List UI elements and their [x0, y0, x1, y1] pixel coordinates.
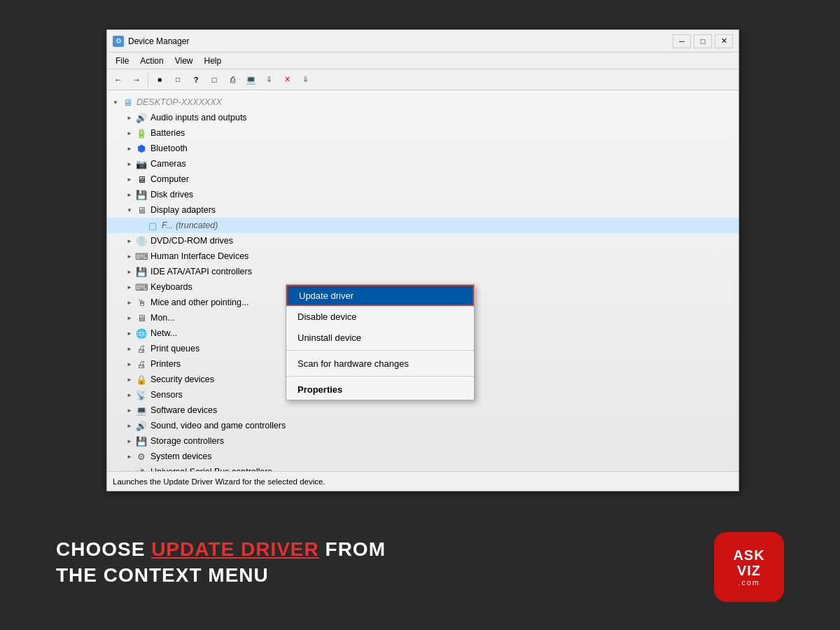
menu-help[interactable]: Help: [199, 55, 227, 67]
tree-item-ide[interactable]: ► 💾 IDE ATA/ATAPI controllers: [107, 264, 738, 279]
tree-root[interactable]: ▼ 🖥 DESKTOP-XXXXXXX: [107, 94, 738, 110]
menu-file[interactable]: File: [110, 55, 134, 67]
mice-chevron: ►: [124, 300, 135, 306]
toolbar-print[interactable]: ⎙: [224, 72, 241, 88]
ctx-properties[interactable]: Properties: [286, 379, 474, 400]
tree-item-usb[interactable]: ► 🔌 Universal Serial Bus controllers: [107, 464, 738, 471]
bluetooth-chevron: ►: [124, 146, 135, 152]
display-label: Display adapters: [150, 205, 216, 215]
printers-icon: 🖨: [135, 358, 148, 370]
toolbar-help[interactable]: ?: [188, 72, 204, 88]
disk-chevron: ►: [124, 192, 135, 198]
keyboards-chevron: ►: [124, 284, 135, 290]
ctx-sep-1: [286, 350, 474, 351]
storage-icon: 💾: [135, 435, 148, 447]
bottom-prefix: CHOOSE: [56, 538, 151, 560]
dvd-label: DVD/CD-ROM drives: [150, 236, 233, 246]
tree-item-sound[interactable]: ► 🔊 Sound, video and game controllers: [107, 418, 738, 433]
window-title: Device Manager: [128, 36, 673, 46]
askviz-com: .com: [738, 578, 760, 587]
tree-item-hid[interactable]: ► ⌨ Human Interface Devices: [107, 248, 738, 264]
ctx-sep-2: [286, 376, 474, 377]
bottom-label-area: CHOOSE UPDATE DRIVER FROM THE CONTEXT ME…: [56, 537, 784, 588]
toolbar-properties[interactable]: ■: [151, 72, 168, 88]
tree-item-dvd[interactable]: ► 💿 DVD/CD-ROM drives: [107, 233, 738, 248]
tree-item-bluetooth[interactable]: ► ⬢ Bluetooth: [107, 141, 738, 156]
network-label: Netw...: [150, 328, 177, 338]
bluetooth-label: Bluetooth: [150, 144, 188, 153]
minimize-button[interactable]: ─: [673, 34, 691, 48]
hid-chevron: ►: [124, 253, 135, 260]
outer-background: ⚙ Device Manager ─ □ ✕ File Action View …: [0, 0, 840, 630]
hid-icon: ⌨: [135, 250, 148, 262]
usb-chevron: ►: [124, 469, 135, 472]
sensors-icon: 📡: [135, 388, 148, 401]
computer-label: Computer: [150, 174, 189, 184]
tree-item-gpu[interactable]: ▢ F... (truncated): [107, 218, 738, 233]
cameras-label: Cameras: [150, 159, 186, 169]
bottom-highlight: UPDATE DRIVER: [151, 538, 319, 560]
toolbar-update[interactable]: ⇓: [297, 72, 314, 88]
cameras-chevron: ►: [124, 161, 135, 167]
toolbar-forward[interactable]: →: [128, 72, 145, 88]
disk-icon: 💾: [135, 188, 148, 201]
toolbar: ← → ■ □ ? □ ⎙ 💻 ⇓ ✕ ⇓: [107, 69, 738, 90]
network-icon: 🌐: [135, 327, 148, 340]
menu-action[interactable]: Action: [134, 55, 169, 67]
bottom-instruction-line2: THE CONTEXT MENU: [56, 563, 784, 588]
toolbar-back[interactable]: ←: [110, 72, 127, 88]
toolbar-uninstall[interactable]: □: [206, 72, 223, 88]
tree-item-disk[interactable]: ► 💾 Disk drives: [107, 187, 738, 202]
sensors-label: Sensors: [150, 390, 183, 400]
toolbar-add[interactable]: ⇓: [260, 72, 277, 88]
storage-label: Storage controllers: [150, 436, 224, 446]
printers-chevron: ►: [124, 361, 135, 368]
tree-item-display[interactable]: ▼ 🖥 Display adapters: [107, 202, 738, 218]
cameras-icon: 📷: [135, 158, 148, 170]
software-icon: 💻: [135, 404, 148, 416]
mice-label: Mice and other pointing...: [150, 298, 248, 307]
ctx-scan-hardware[interactable]: Scan for hardware changes: [286, 353, 474, 374]
ide-label: IDE ATA/ATAPI controllers: [150, 267, 252, 276]
computer-icon: 🖥: [135, 173, 148, 186]
ctx-update-driver[interactable]: Update driver: [286, 285, 474, 306]
storage-chevron: ►: [124, 438, 135, 444]
sound-label: Sound, video and game controllers: [150, 421, 286, 430]
sensors-chevron: ►: [124, 392, 135, 398]
system-chevron: ►: [124, 454, 135, 460]
toolbar-monitor[interactable]: 💻: [242, 72, 259, 88]
device-manager-window: ⚙ Device Manager ─ □ ✕ File Action View …: [106, 29, 739, 491]
menu-view[interactable]: View: [169, 55, 199, 67]
status-text: Launches the Update Driver Wizard for th…: [113, 477, 326, 486]
toolbar-remove[interactable]: ✕: [279, 72, 295, 88]
tree-item-software[interactable]: ► 💻 Software devices: [107, 402, 738, 418]
audio-chevron: ►: [124, 115, 135, 121]
batteries-chevron: ►: [124, 130, 135, 136]
tree-item-system[interactable]: ► ⚙ System devices: [107, 449, 738, 464]
system-icon: ⚙: [135, 450, 148, 463]
tree-item-cameras[interactable]: ► 📷 Cameras: [107, 156, 738, 172]
tree-item-computer[interactable]: ► 🖥 Computer: [107, 172, 738, 187]
ide-chevron: ►: [124, 269, 135, 275]
hid-label: Human Interface Devices: [150, 251, 248, 261]
tree-item-storage[interactable]: ► 💾 Storage controllers: [107, 433, 738, 449]
usb-label: Universal Serial Bus controllers: [150, 467, 272, 471]
maximize-button[interactable]: □: [694, 34, 712, 48]
tree-item-batteries[interactable]: ► 🔋 Batteries: [107, 125, 738, 141]
printers-label: Printers: [150, 359, 181, 369]
askviz-logo: ASK VIZ .com: [714, 532, 784, 602]
computer-chevron: ►: [124, 176, 135, 183]
sound-chevron: ►: [124, 423, 135, 429]
bluetooth-icon: ⬢: [135, 142, 148, 155]
ctx-disable-device[interactable]: Disable device: [286, 306, 474, 327]
display-chevron: ▼: [124, 207, 135, 214]
root-label: DESKTOP-XXXXXXX: [136, 97, 222, 107]
keyboards-icon: ⌨: [135, 281, 148, 293]
batteries-label: Batteries: [150, 128, 185, 138]
close-button[interactable]: ✕: [715, 34, 733, 48]
toolbar-scan[interactable]: □: [169, 72, 186, 88]
ctx-uninstall-device[interactable]: Uninstall device: [286, 327, 474, 348]
tree-item-audio[interactable]: ► 🔊 Audio inputs and outputs: [107, 110, 738, 125]
security-chevron: ►: [124, 377, 135, 383]
askviz-viz: VIZ: [737, 563, 761, 578]
